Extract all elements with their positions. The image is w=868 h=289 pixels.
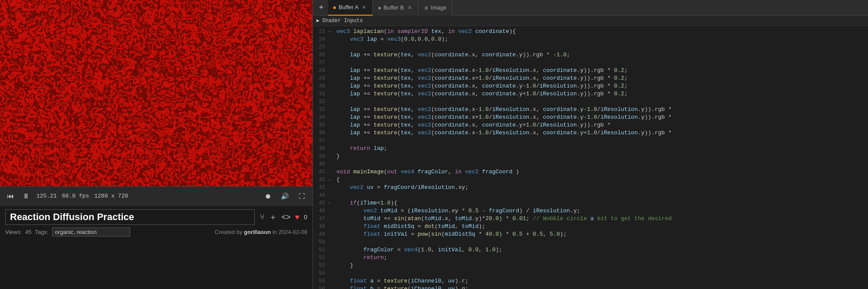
tab-image[interactable]: 🖥 Image xyxy=(418,0,452,16)
code-line: 32 xyxy=(313,98,868,106)
add-button[interactable]: ＋ xyxy=(269,212,277,222)
line-number: 37 xyxy=(313,137,329,145)
code-content: lap += texture(tex, vec2(coordinate.x, c… xyxy=(335,121,868,129)
line-number: 39 xyxy=(313,153,329,160)
code-content: vec2 uv = fragCoord/iResolution.xy; xyxy=(335,184,868,192)
code-line: 39 } xyxy=(313,153,868,160)
buffer-a-close[interactable]: ✕ xyxy=(361,4,367,10)
playback-bar: ⏮ ⏸ 125.21 60.0 fps 1280 x 720 ⏺ 🔊 ⛶ xyxy=(0,186,312,205)
shader-inputs-label: Shader Inputs xyxy=(322,18,363,24)
code-content: lap += texture(tex, vec2(coordinate.x+1.… xyxy=(335,75,868,82)
code-content: return lap; xyxy=(335,145,868,153)
buffer-b-close[interactable]: ✕ xyxy=(407,5,413,11)
add-tab-button[interactable]: + xyxy=(315,0,328,16)
volume-button[interactable]: 🔊 xyxy=(279,192,291,201)
line-number: 24 xyxy=(313,36,329,43)
code-line: 44 xyxy=(313,192,868,199)
playback-fps: 60.0 fps xyxy=(62,193,89,199)
action-icons: ⑂ ＋ <> ♥ 0 xyxy=(260,212,307,222)
line-number: 54 xyxy=(313,270,329,277)
line-number: 45 xyxy=(313,199,329,207)
line-number: 29 xyxy=(313,75,329,82)
line-number: 27 xyxy=(313,59,329,67)
fullscreen-button[interactable]: ⛶ xyxy=(296,192,307,201)
code-line: 24 vec3 lap = vec3(0.0,0.0,0.0); xyxy=(313,36,868,43)
code-line: 25 xyxy=(313,43,868,51)
code-line: 30 lap += texture(tex, vec2(coordinate.x… xyxy=(313,82,868,90)
created-by: Created by gorillasun in 2024-02-08 xyxy=(215,229,307,235)
line-number: 30 xyxy=(313,82,329,90)
record-button[interactable]: ⏺ xyxy=(263,192,273,201)
code-content xyxy=(335,192,868,199)
code-content: float midDistSq = dot(toMid, toMid); xyxy=(335,223,868,231)
preview-area xyxy=(0,0,312,186)
line-number: 52 xyxy=(313,254,329,262)
code-line: 55 float a = texture(iChannel0, uv).r; xyxy=(313,277,868,285)
playback-time: 125.21 xyxy=(36,193,57,199)
code-content xyxy=(335,43,868,51)
code-content xyxy=(335,270,868,277)
fold-icon[interactable]: ▸ xyxy=(329,199,335,207)
code-content: } xyxy=(335,262,868,270)
buffer-a-icon: ■ xyxy=(333,5,336,10)
buffer-b-label: Buffer B xyxy=(384,4,404,11)
creator-name: gorillasun xyxy=(244,229,271,235)
pause-button[interactable]: ⏸ xyxy=(21,192,31,201)
shader-inputs-row[interactable]: ▶ Shader Inputs xyxy=(313,16,868,26)
line-number: 50 xyxy=(313,238,329,246)
tags-input[interactable] xyxy=(52,227,130,237)
code-line: 53 } xyxy=(313,262,868,270)
line-number: 56 xyxy=(313,285,329,289)
line-number: 55 xyxy=(313,277,329,285)
code-line: 52 return; xyxy=(313,254,868,262)
line-number: 23 xyxy=(313,28,329,36)
line-number: 38 xyxy=(313,145,329,153)
code-line: 38 return lap; xyxy=(313,145,868,153)
line-number: 40 xyxy=(313,160,329,168)
code-content: float b = texture(iChannel0, uv).g; xyxy=(335,285,868,289)
tabs-bar: + ■ Buffer A ✕ ■ Buffer B ✕ 🖥 Image xyxy=(313,0,868,16)
code-content: { xyxy=(335,176,868,184)
line-number: 33 xyxy=(313,106,329,114)
line-number: 53 xyxy=(313,262,329,270)
code-line: 34 lap += texture(tex, vec2(coordinate.x… xyxy=(313,114,868,121)
code-content: vec2 toMid = (iResolution.xy * 0.5 - fra… xyxy=(335,207,868,215)
fold-icon[interactable]: ▸ xyxy=(329,28,335,36)
code-content: lap += texture(tex, vec2(coordinate.x-1.… xyxy=(335,129,868,137)
skip-back-button[interactable]: ⏮ xyxy=(5,192,16,201)
fold-icon[interactable]: ▸ xyxy=(329,176,335,184)
like-button[interactable]: ♥ xyxy=(295,213,300,222)
fork-button[interactable]: ⑂ xyxy=(260,213,265,222)
views-label: Views: xyxy=(5,229,22,235)
code-content: } xyxy=(335,153,868,160)
code-content: lap += texture(tex, vec2(coordinate.x, c… xyxy=(335,90,868,98)
code-area[interactable]: 23▸vec3 laplacian(in sampler2D tex, in v… xyxy=(313,26,868,289)
image-tab-icon: 🖥 xyxy=(424,5,428,10)
code-line: 45▸ if(iTime<1.0){ xyxy=(313,199,868,207)
line-number: 26 xyxy=(313,51,329,59)
line-number: 41 xyxy=(313,168,329,176)
code-line: 46 vec2 toMid = (iResolution.xy * 0.5 - … xyxy=(313,207,868,215)
line-number: 43 xyxy=(313,184,329,192)
shader-title-input[interactable] xyxy=(5,209,255,225)
line-number: 35 xyxy=(313,121,329,129)
left-panel: ⏮ ⏸ 125.21 60.0 fps 1280 x 720 ⏺ 🔊 ⛶ ⑂ ＋… xyxy=(0,0,312,289)
line-number: 47 xyxy=(313,215,329,223)
line-number: 48 xyxy=(313,223,329,231)
code-content xyxy=(335,160,868,168)
shader-inputs-triangle: ▶ xyxy=(316,17,319,24)
code-content: float a = texture(iChannel0, uv).r; xyxy=(335,277,868,285)
code-button[interactable]: <> xyxy=(281,213,290,222)
code-line: 26 lap += texture(tex, vec2(coordinate.x… xyxy=(313,51,868,59)
line-number: 32 xyxy=(313,98,329,106)
code-line: 31 lap += texture(tex, vec2(coordinate.x… xyxy=(313,90,868,98)
line-number: 42 xyxy=(313,176,329,184)
code-content: lap += texture(tex, vec2(coordinate.x, c… xyxy=(335,51,868,59)
meta-row: Views: 45 Tags: Created by gorillasun in… xyxy=(5,227,307,237)
playback-resolution: 1280 x 720 xyxy=(94,193,128,199)
code-content: toMid += sin(atan(toMid.x, toMid.y)*20.0… xyxy=(335,215,868,223)
tab-buffer-a[interactable]: ■ Buffer A ✕ xyxy=(328,0,373,16)
tab-buffer-b[interactable]: ■ Buffer B ✕ xyxy=(373,0,418,16)
line-number: 25 xyxy=(313,43,329,51)
code-content: if(iTime<1.0){ xyxy=(335,199,868,207)
